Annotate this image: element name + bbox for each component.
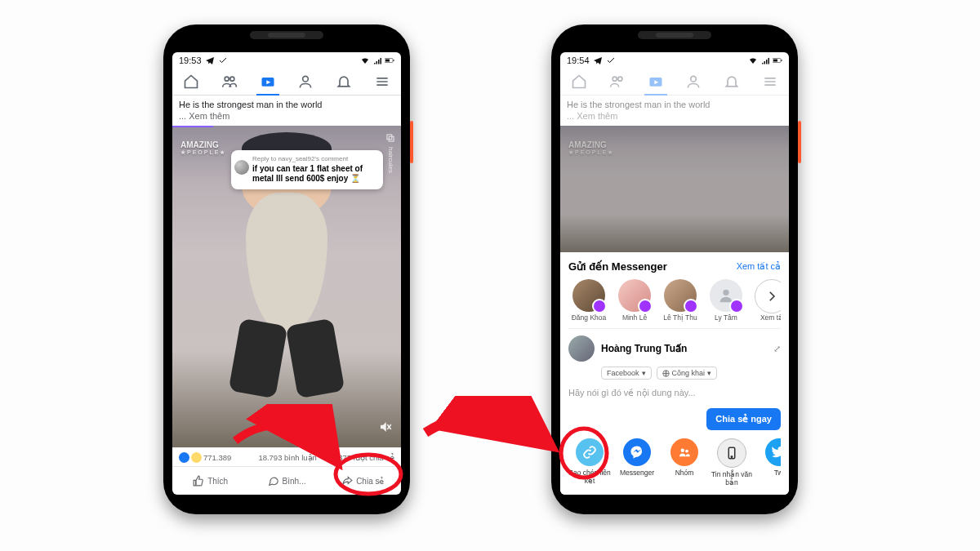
tab-home[interactable]	[180, 69, 203, 95]
phone-left: 19:53 He is the strongest man in the wor…	[163, 24, 410, 514]
wifi-icon	[748, 56, 758, 65]
wifi-icon	[360, 56, 370, 65]
svg-point-18	[723, 290, 728, 295]
post-actions: Thích Bình... Chia sẻ	[172, 466, 401, 495]
tab-friends[interactable]	[218, 69, 241, 95]
post-caption[interactable]: He is the strongest man in the world ...…	[172, 96, 401, 126]
fb-tab-bar	[172, 69, 401, 96]
user-avatar	[568, 335, 595, 362]
video-preview-dimmed: AMAZING★PEOPLE★	[560, 126, 789, 252]
battery-icon	[773, 56, 782, 65]
svg-point-17	[691, 76, 697, 82]
compose-placeholder[interactable]: Hãy nói gì đó về nội dung này...	[568, 388, 781, 398]
compose-area: Hoàng Trung Tuấn ⤢ Facebook ▾ Công khai …	[568, 328, 781, 430]
svg-point-20	[681, 449, 685, 453]
telegram-icon	[205, 56, 215, 65]
expand-icon[interactable]: ⤢	[773, 344, 781, 354]
status-bar: 19:54	[560, 52, 789, 69]
screen-left: 19:53 He is the strongest man in the wor…	[172, 52, 401, 495]
copy-icon	[385, 132, 396, 144]
signal-icon	[372, 56, 382, 65]
globe-icon	[662, 370, 670, 377]
contact-item[interactable]: Lê Thị Thu	[660, 279, 701, 322]
contact-item[interactable]: Ly Tâm	[706, 279, 746, 322]
battery-icon	[385, 56, 394, 65]
check-icon	[218, 56, 228, 65]
caption-text: He is the strongest man in the world	[179, 100, 322, 109]
status-bar: 19:53	[172, 52, 401, 69]
post-caption: He is the strongest man in the world ...…	[560, 96, 789, 126]
see-all-link[interactable]: Xem tất cả	[737, 261, 781, 272]
comment-icon	[268, 475, 279, 487]
status-time: 19:54	[567, 56, 590, 65]
avatar	[710, 279, 742, 312]
svg-point-14	[612, 77, 617, 81]
avatar	[664, 279, 697, 312]
reaction-count: 771.389	[203, 453, 231, 462]
engagement-row[interactable]: 771.389 18.793 bình luận · 59.373 lượt c…	[172, 447, 401, 466]
user-name: Hoàng Trung Tuấn	[601, 343, 687, 354]
tab-friends[interactable]	[606, 69, 629, 95]
twitter-icon	[765, 438, 781, 466]
svg-point-15	[618, 77, 622, 81]
target-twitter[interactable]: Twi	[758, 438, 781, 487]
tab-notifications[interactable]	[332, 69, 355, 95]
share-button[interactable]: Chia sẻ	[325, 475, 401, 487]
messenger-contacts: Đăng Khoa Minh Lê Lê Thị Thu Ly Tâm	[568, 279, 781, 322]
share-now-button[interactable]: Chia sẻ ngay	[706, 408, 781, 430]
tab-profile[interactable]	[682, 69, 705, 95]
tab-profile[interactable]	[294, 69, 317, 95]
avatar	[618, 279, 651, 312]
share-sheet: Gửi đến Messenger Xem tất cả Đăng Khoa M…	[560, 252, 789, 495]
sheet-title: Gửi đến Messenger	[568, 260, 667, 273]
like-button[interactable]: Thích	[172, 475, 248, 487]
tab-notifications[interactable]	[720, 69, 743, 95]
contact-item[interactable]: Đăng Khoa	[568, 279, 609, 322]
group-icon	[670, 438, 698, 466]
share-icon	[341, 475, 353, 487]
screen-right: 19:54 He is the strongest man in the wor…	[560, 52, 789, 495]
telegram-icon	[593, 56, 603, 65]
avatar	[572, 279, 605, 312]
signal-icon	[760, 56, 770, 65]
target-sms[interactable]: Tin nhắn văn bản	[710, 438, 753, 487]
svg-rect-12	[773, 60, 777, 62]
svg-point-21	[685, 450, 688, 453]
comment-count: 18.793 bình luận	[258, 453, 317, 462]
phone-right: 19:54 He is the strongest man in the wor…	[551, 24, 798, 514]
caption-more[interactable]: ... Xem thêm	[179, 111, 229, 121]
like-reaction-icon	[179, 452, 189, 463]
target-copy-link[interactable]: Sao chép liên kết	[568, 438, 611, 487]
messenger-icon	[623, 438, 651, 466]
contacts-more[interactable]: Xem tấ	[751, 279, 781, 322]
sms-icon	[717, 438, 746, 468]
contact-item[interactable]: Minh Lê	[614, 279, 655, 322]
svg-point-23	[731, 456, 733, 458]
mute-icon[interactable]	[378, 420, 393, 438]
svg-rect-1	[385, 60, 390, 62]
commenter-avatar	[234, 160, 249, 175]
fb-tab-bar	[560, 69, 789, 96]
tab-menu[interactable]	[759, 69, 782, 95]
chip-privacy[interactable]: Công khai ▾	[657, 367, 718, 380]
target-messenger[interactable]: Messenger	[616, 438, 658, 487]
svg-point-3	[225, 77, 229, 81]
tiktok-comment-bubble: Reply to navy_seal92's comment if you ca…	[231, 150, 383, 189]
chip-destination[interactable]: Facebook ▾	[601, 367, 652, 380]
watermark: AMAZING★PEOPLE★	[180, 140, 226, 156]
thumb-icon	[193, 475, 204, 487]
wow-reaction-icon	[191, 452, 202, 463]
tab-home[interactable]	[568, 69, 590, 95]
svg-point-6	[303, 76, 309, 82]
svg-rect-2	[394, 60, 394, 61]
tab-watch[interactable]	[644, 69, 667, 95]
tab-menu[interactable]	[371, 69, 394, 95]
comment-button[interactable]: Bình...	[248, 475, 324, 487]
target-group[interactable]: Nhóm	[663, 438, 706, 487]
tutorial-stage: { "phone1": { "status_time": "19:53", "c…	[0, 0, 980, 551]
video-player[interactable]: AMAZING★PEOPLE★ haircules Reply to navy_…	[172, 126, 401, 447]
svg-point-4	[230, 77, 234, 81]
bubble-text: if you can tear 1 flat sheet of metal Il…	[252, 164, 363, 184]
link-icon	[576, 438, 604, 466]
tab-watch[interactable]	[256, 69, 279, 95]
